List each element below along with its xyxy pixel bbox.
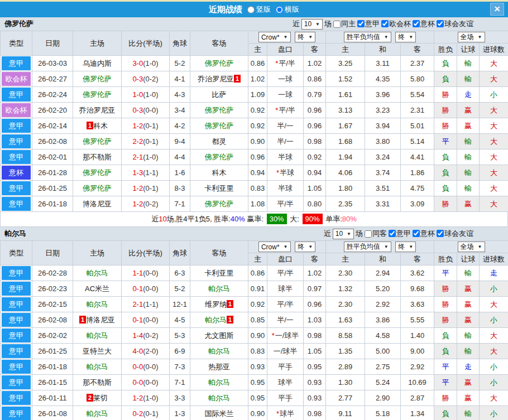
result-let-cell-value: 赢	[464, 378, 472, 387]
mean-type-select[interactable]: 胜平负均值 ▼	[344, 242, 391, 252]
mean-final-select[interactable]: 终 ▼	[395, 32, 416, 42]
league-filter-checkbox[interactable]	[357, 20, 365, 27]
league-filter-checkbox[interactable]	[413, 20, 420, 27]
away-team-name: 国际米兰	[205, 409, 234, 418]
league-cell: 意甲	[1, 281, 32, 297]
odds-away-cell: 0.98	[304, 406, 326, 420]
mean-away-cell: 1.86	[401, 165, 434, 181]
select-value: Crow*	[261, 33, 280, 41]
select-value: 10	[304, 20, 311, 28]
version-radio[interactable]	[247, 6, 255, 13]
bookmaker-select[interactable]: Crow* ▼	[258, 32, 291, 42]
same-filter-label: 同主	[341, 19, 356, 29]
away-team-name: 佛罗伦萨	[205, 153, 234, 161]
scope-select[interactable]: 全场 ▼	[458, 32, 485, 42]
same-venue-filter[interactable]: 同主	[332, 19, 356, 29]
away-team-cell: 帕尔马	[190, 390, 248, 406]
result-goals-cell-value: 大	[490, 168, 497, 177]
same-venue-filter[interactable]: 同客	[363, 229, 387, 239]
league-filter-label: 意甲	[365, 19, 380, 29]
odds-home-cell: 0.91	[248, 281, 267, 297]
layout-option-vertical[interactable]: 竖版	[242, 4, 271, 15]
summary-part: 大:	[288, 215, 301, 223]
league-filter-checkbox[interactable]	[437, 20, 444, 27]
league-badge: 意甲	[2, 297, 31, 311]
close-button[interactable]: ✕	[490, 3, 504, 16]
select-value: 终	[398, 242, 405, 252]
summary-part: 单率:	[324, 215, 342, 223]
league-filter-checkbox[interactable]	[437, 230, 444, 237]
result-goals-cell: 大	[480, 71, 508, 87]
mean-draw-cell: 2.92	[365, 297, 401, 312]
half-score: (1-0)	[143, 394, 158, 402]
league-filter[interactable]: 意甲	[356, 19, 380, 29]
handicap-cell: 半/一	[267, 312, 304, 328]
corner-cell: 5-2	[170, 281, 190, 297]
select-value: 胜平负均值	[347, 242, 380, 252]
away-team-name: 卡利亚里	[205, 184, 234, 192]
corner-cell: 9-4	[170, 134, 190, 149]
handicap-cell: 平/半	[267, 265, 304, 281]
bookmaker-select[interactable]: Crow* ▼	[258, 242, 291, 252]
league-filter[interactable]: 球会友谊	[435, 19, 473, 29]
result-goals-cell-value: 小	[490, 284, 497, 293]
result-wdl-cell: 平	[434, 134, 457, 149]
results-table: 类型 日期 主场 比分(半场) 角球 客场 Crow* ▼ 终 ▼	[0, 31, 508, 212]
scope-select[interactable]: 全场 ▼	[458, 242, 485, 252]
mean-away-cell: 2.31	[401, 103, 434, 118]
league-filter-checkbox[interactable]	[381, 20, 389, 27]
odds-final-select[interactable]: 终 ▼	[295, 32, 315, 42]
league-filter[interactable]: 意杯	[411, 229, 435, 239]
handicap-cell: 一球	[267, 71, 304, 87]
mean-away-cell: 4.41	[401, 149, 434, 165]
result-let-cell-value: 走	[464, 363, 472, 371]
chevron-down-icon: ▼	[315, 22, 320, 27]
layout-option-horizontal[interactable]: 横版	[271, 4, 299, 15]
league-badge: 意甲	[2, 313, 31, 327]
league-badge: 意甲	[2, 134, 31, 148]
league-filter[interactable]: 球会友谊	[435, 229, 473, 239]
same-filter-checkbox[interactable]	[333, 21, 341, 28]
mean-home-cell: 2.30	[326, 265, 365, 281]
half-score: (0-2)	[143, 331, 158, 340]
odds-home-cell: 0.85	[248, 312, 267, 328]
same-filter-checkbox[interactable]	[365, 230, 372, 238]
league-cell: 欧会杯	[1, 71, 32, 87]
mean-draw-cell: 5.18	[365, 406, 401, 420]
full-score: 0-1	[132, 284, 143, 293]
mean-final-select[interactable]: 终 ▼	[395, 242, 416, 252]
result-wdl-cell-value: 平	[442, 269, 449, 277]
odds-home-cell: 0.86	[248, 56, 267, 71]
league-filter-checkbox[interactable]	[389, 230, 396, 237]
half-score: (0-1)	[143, 122, 158, 130]
date-cell: 26-01-25	[32, 344, 73, 359]
league-filter[interactable]: 欧会杯	[380, 19, 411, 29]
col-header-score: 比分(半场)	[122, 31, 170, 56]
result-wdl-cell: 勝	[434, 312, 457, 328]
league-badge: 意甲	[2, 150, 31, 164]
league-filter-checkbox[interactable]	[413, 230, 420, 237]
date-cell: 26-01-28	[32, 165, 73, 181]
match-row: 意甲26-02-02帕尔马1-4(0-2)5-3尤文图斯0.90*一/球半0.9…	[1, 328, 508, 344]
handicap-cell: 平/半	[267, 297, 304, 312]
date-cell: 26-01-11	[32, 390, 73, 406]
corner-cell: 1-6	[170, 165, 190, 181]
score-cell: 0-3(0-0)	[122, 103, 170, 118]
league-filter[interactable]: 意甲	[387, 229, 411, 239]
select-value: 终	[398, 32, 405, 42]
odds-away-cell: 0.86	[304, 71, 326, 87]
corner-cell: 6-9	[170, 344, 190, 359]
league-filter[interactable]: 意杯	[411, 19, 435, 29]
mean-type-select[interactable]: 胜平负均值 ▼	[344, 32, 391, 42]
odds-home-cell: 0.90	[248, 406, 267, 420]
away-team-name: 佛罗伦萨	[205, 200, 234, 208]
result-let-cell: 赢	[457, 103, 480, 118]
match-count-select[interactable]: 10 ▼	[333, 229, 354, 239]
version-radio[interactable]	[276, 6, 283, 13]
odds-final-select[interactable]: 终 ▼	[295, 242, 315, 252]
select-value: 胜平负均值	[347, 32, 380, 42]
away-team-name: 佛罗伦萨	[205, 122, 234, 130]
corner-cell: 5-3	[170, 328, 190, 344]
col-header-odds-home: 主	[248, 253, 267, 265]
match-count-select[interactable]: 10 ▼	[301, 19, 323, 30]
